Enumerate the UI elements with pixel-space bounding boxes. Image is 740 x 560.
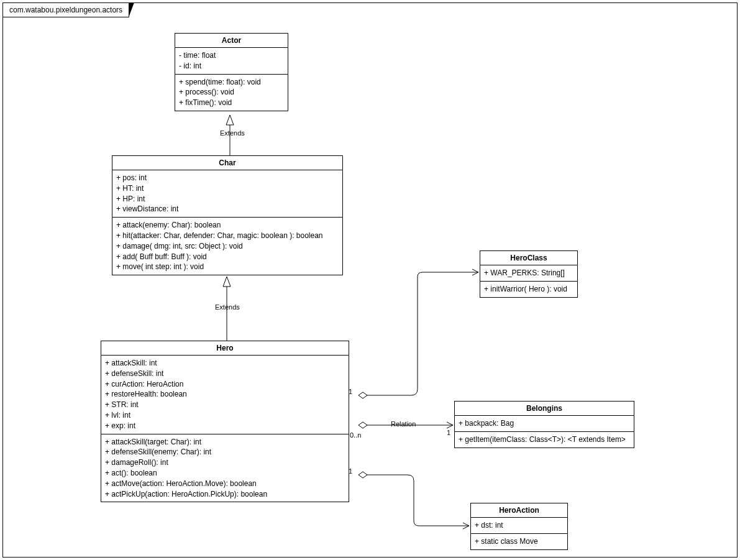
mult-1-belongings: 1 bbox=[447, 429, 450, 436]
attr: - time: float bbox=[179, 50, 284, 61]
class-actor-attrs: - time: float - id: int bbox=[175, 48, 288, 75]
attr: + attackSkill: int bbox=[105, 358, 345, 369]
op: + actMove(action: HeroAction.Move): bool… bbox=[105, 479, 345, 489]
attr: + dst: int bbox=[475, 520, 564, 531]
op: + defenseSkill(enemy: Char): int bbox=[105, 447, 345, 457]
class-heroclass-title: HeroClass bbox=[480, 251, 577, 265]
class-char-ops: + attack(enemy: Char): boolean + hit(att… bbox=[112, 218, 342, 275]
attr: + STR: int bbox=[105, 400, 345, 410]
class-belongings-title: Belongins bbox=[455, 402, 634, 416]
op: + initWarrior( Hero ): void bbox=[484, 284, 573, 295]
attr: + defenseSkill: int bbox=[105, 369, 345, 379]
attr: + HP: int bbox=[116, 194, 339, 204]
op: + damageRoll(): int bbox=[105, 457, 345, 468]
op: + attack(enemy: Char): boolean bbox=[116, 220, 339, 231]
class-hero-attrs: + attackSkill: int + defenseSkill: int +… bbox=[101, 356, 349, 434]
attr: - id: int bbox=[179, 61, 284, 71]
class-heroclass: HeroClass + WAR_PERKS: String[] + initWa… bbox=[480, 250, 578, 298]
extends-label-2: Extends bbox=[215, 303, 240, 311]
class-heroaction-title: HeroAction bbox=[471, 503, 567, 518]
attr: + backpack: Bag bbox=[459, 418, 630, 429]
attr: + pos: int bbox=[116, 173, 339, 183]
op: + static class Move bbox=[475, 536, 564, 547]
package-tab: com.watabou.pixeldungeon.actors bbox=[2, 2, 129, 17]
op: + process(): void bbox=[179, 87, 284, 98]
class-hero: Hero + attackSkill: int + defenseSkill: … bbox=[101, 341, 349, 502]
mult-1-heroaction: 1 bbox=[349, 467, 352, 475]
class-char: Char + pos: int + HT: int + HP: int + vi… bbox=[112, 155, 343, 275]
class-actor: Actor - time: float - id: int + spend(ti… bbox=[175, 33, 288, 111]
class-char-title: Char bbox=[112, 156, 342, 170]
attr: + WAR_PERKS: String[] bbox=[484, 268, 573, 278]
op: + move( int step: int ): void bbox=[116, 262, 339, 272]
package-name: com.watabou.pixeldungeon.actors bbox=[9, 6, 122, 14]
class-actor-title: Actor bbox=[175, 34, 288, 48]
op: + act(): boolean bbox=[105, 468, 345, 479]
op: + getItem(itemClass: Class<T>): <T exten… bbox=[459, 434, 630, 445]
attr: + restoreHealth: boolean bbox=[105, 389, 345, 400]
class-belongings: Belongins + backpack: Bag + getItem(item… bbox=[454, 401, 634, 448]
class-hero-title: Hero bbox=[101, 341, 349, 356]
extends-label-1: Extends bbox=[220, 129, 245, 137]
mult-1-heroclass: 1 bbox=[349, 388, 352, 395]
class-belongings-ops: + getItem(itemClass: Class<T>): <T exten… bbox=[455, 432, 634, 448]
op: + fixTime(): void bbox=[179, 98, 284, 108]
op: + attackSkill(target: Char): int bbox=[105, 437, 345, 448]
mult-0n: 0..n bbox=[350, 431, 361, 439]
class-hero-ops: + attackSkill(target: Char): int + defen… bbox=[101, 434, 349, 502]
attr: + viewDistance: int bbox=[116, 204, 339, 214]
class-belongings-attrs: + backpack: Bag bbox=[455, 416, 634, 432]
op: + add( Buff buff: Buff ): void bbox=[116, 252, 339, 262]
attr: + curAction: HeroAction bbox=[105, 379, 345, 390]
op: + hit(attacker: Char, defender: Char, ma… bbox=[116, 231, 339, 241]
relation-label: Relation bbox=[391, 420, 416, 428]
class-char-attrs: + pos: int + HT: int + HP: int + viewDis… bbox=[112, 170, 342, 218]
op: + damage( dmg: int, src: Object ): void bbox=[116, 241, 339, 252]
op: + spend(time: float): void bbox=[179, 77, 284, 88]
attr: + exp: int bbox=[105, 421, 345, 431]
attr: + lvl: int bbox=[105, 410, 345, 421]
op: + actPickUp(action: HeroAction.PickUp): … bbox=[105, 489, 345, 500]
class-heroaction-attrs: + dst: int bbox=[471, 518, 567, 534]
class-heroaction-ops: + static class Move bbox=[471, 534, 567, 549]
attr: + HT: int bbox=[116, 183, 339, 194]
class-heroaction: HeroAction + dst: int + static class Mov… bbox=[470, 503, 568, 550]
class-actor-ops: + spend(time: float): void + process(): … bbox=[175, 75, 288, 111]
class-heroclass-ops: + initWarrior( Hero ): void bbox=[480, 282, 577, 297]
class-heroclass-attrs: + WAR_PERKS: String[] bbox=[480, 265, 577, 282]
